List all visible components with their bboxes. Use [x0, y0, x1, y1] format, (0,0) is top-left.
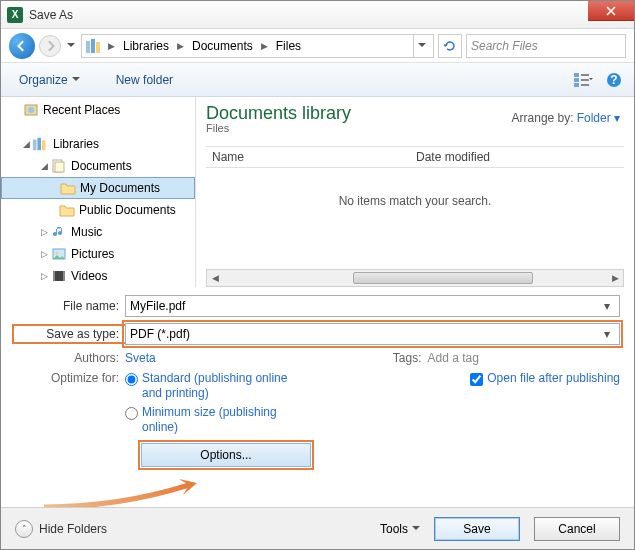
arrange-label: Arrange by: — [512, 111, 574, 125]
tools-label: Tools — [380, 522, 408, 536]
pictures-icon — [51, 246, 67, 262]
search-input[interactable] — [471, 39, 622, 53]
saveastype-label: Save as type: — [15, 327, 125, 341]
checkbox-label: Open file after publishing — [487, 371, 620, 386]
breadcrumb-item-documents[interactable]: Documents — [188, 37, 257, 55]
folder-tree[interactable]: Recent Places ◢ Libraries ◢ Documents My… — [1, 97, 196, 287]
breadcrumb-dropdown[interactable] — [413, 35, 429, 57]
svg-point-13 — [28, 107, 34, 113]
save-button[interactable]: Save — [434, 517, 520, 541]
filename-field[interactable]: ▾ — [125, 295, 620, 317]
nav-bar: ▶ Libraries ▶ Documents ▶ Files — [1, 29, 634, 63]
svg-point-20 — [56, 252, 59, 255]
chevron-right-icon: ▶ — [175, 41, 186, 51]
breadcrumb-item-libraries[interactable]: Libraries — [119, 37, 173, 55]
saveastype-field[interactable]: ▾ — [125, 323, 620, 345]
svg-rect-5 — [574, 78, 579, 82]
refresh-icon — [443, 39, 457, 53]
new-folder-label: New folder — [116, 73, 173, 87]
forward-button[interactable] — [39, 35, 61, 57]
tree-item-recent-places[interactable]: Recent Places — [1, 99, 195, 121]
horizontal-scrollbar[interactable]: ◀ ▶ — [206, 269, 624, 287]
arrow-left-icon — [16, 40, 28, 52]
authors-value[interactable]: Sveta — [125, 351, 156, 365]
svg-rect-9 — [581, 84, 589, 86]
arrange-dropdown[interactable]: Folder ▾ — [577, 111, 620, 125]
breadcrumb[interactable]: ▶ Libraries ▶ Documents ▶ Files — [81, 34, 434, 58]
organize-label: Organize — [19, 73, 68, 87]
back-button[interactable] — [9, 33, 35, 59]
svg-rect-0 — [86, 41, 90, 53]
tags-value[interactable]: Add a tag — [428, 351, 479, 365]
breadcrumb-item-files[interactable]: Files — [272, 37, 305, 55]
saveastype-input[interactable] — [130, 327, 599, 341]
organize-button[interactable]: Organize — [11, 69, 88, 91]
nav-history-dropdown[interactable] — [65, 35, 77, 57]
svg-rect-16 — [42, 140, 46, 150]
svg-rect-18 — [55, 162, 64, 172]
command-bar: Organize New folder ? — [1, 63, 634, 97]
filename-dropdown[interactable]: ▾ — [599, 299, 615, 313]
close-icon — [606, 6, 616, 16]
chevron-right-icon: ▶ — [259, 41, 270, 51]
tree-label: My Documents — [80, 181, 160, 195]
tree-item-documents[interactable]: ◢ Documents — [1, 155, 195, 177]
column-headers[interactable]: Name Date modified — [206, 146, 624, 168]
chevron-down-icon — [412, 526, 420, 531]
search-box[interactable] — [466, 34, 626, 58]
chevron-down-icon — [72, 77, 80, 82]
radio-input[interactable] — [125, 407, 138, 420]
filename-label: File name: — [15, 299, 125, 313]
chevron-down-icon — [67, 43, 75, 48]
main-area: Recent Places ◢ Libraries ◢ Documents My… — [1, 97, 634, 287]
tree-item-libraries[interactable]: ◢ Libraries — [1, 133, 195, 155]
tree-label: Public Documents — [79, 203, 176, 217]
col-date[interactable]: Date modified — [416, 150, 490, 164]
tree-item-public-documents[interactable]: Public Documents — [1, 199, 195, 221]
optimize-minimum-radio[interactable]: Minimum size (publishing online) — [125, 405, 302, 435]
footer-bar: ˄ Hide Folders Tools Save Cancel — [1, 507, 634, 549]
refresh-button[interactable] — [438, 34, 462, 58]
svg-rect-6 — [574, 83, 579, 87]
cancel-button[interactable]: Cancel — [534, 517, 620, 541]
view-mode-button[interactable] — [574, 70, 594, 90]
tree-label: Recent Places — [43, 103, 120, 117]
scroll-left-icon[interactable]: ◀ — [207, 270, 223, 286]
tree-label: Music — [71, 225, 102, 239]
tree-label: Videos — [71, 269, 107, 283]
new-folder-button[interactable]: New folder — [108, 69, 181, 91]
tree-item-pictures[interactable]: ▷ Pictures — [1, 243, 195, 265]
tools-dropdown[interactable]: Tools — [380, 522, 420, 536]
radio-input[interactable] — [125, 373, 138, 386]
optimize-label: Optimize for: — [15, 371, 125, 439]
options-button[interactable]: Options... — [141, 443, 311, 467]
libraries-icon — [33, 136, 49, 152]
tree-item-my-documents[interactable]: My Documents — [1, 177, 195, 199]
tree-item-videos[interactable]: ▷ Videos — [1, 265, 195, 287]
title-bar: X Save As — [1, 1, 634, 29]
caret-icon: ▷ — [41, 249, 51, 259]
chevron-down-icon — [418, 43, 426, 48]
chevron-right-icon: ▶ — [106, 41, 117, 51]
saveastype-dropdown[interactable]: ▾ — [599, 327, 615, 341]
hide-folders-button[interactable]: ˄ Hide Folders — [15, 520, 107, 538]
help-button[interactable]: ? — [604, 70, 624, 90]
scroll-thumb[interactable] — [353, 272, 533, 284]
svg-rect-4 — [574, 73, 579, 77]
filename-input[interactable] — [130, 299, 599, 313]
col-name[interactable]: Name — [206, 150, 416, 164]
open-after-checkbox[interactable]: Open file after publishing — [470, 371, 620, 386]
checkbox-input[interactable] — [470, 373, 483, 386]
tree-item-music[interactable]: ▷ Music — [1, 221, 195, 243]
optimize-standard-radio[interactable]: Standard (publishing online and printing… — [125, 371, 302, 401]
svg-rect-14 — [33, 140, 37, 151]
libraries-icon — [86, 37, 104, 55]
scroll-right-icon[interactable]: ▶ — [607, 270, 623, 286]
view-icon — [574, 73, 594, 87]
caret-icon: ▷ — [41, 271, 51, 281]
close-button[interactable] — [588, 1, 634, 21]
tree-label: Documents — [71, 159, 132, 173]
svg-rect-23 — [63, 271, 65, 281]
content-pane: Documents library Files Arrange by: Fold… — [196, 97, 634, 287]
tree-label: Libraries — [53, 137, 99, 151]
